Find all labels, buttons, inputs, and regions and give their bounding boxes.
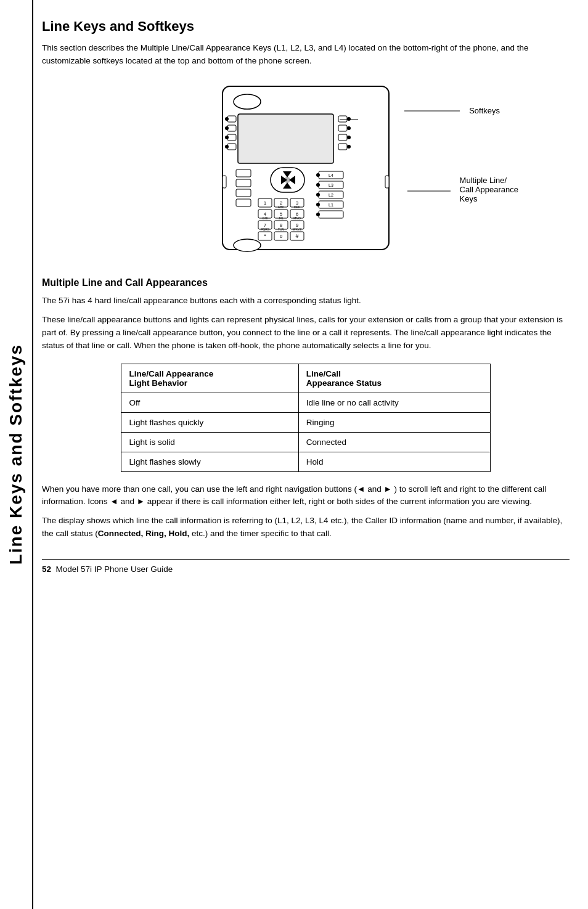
table-cell-col2: Ringing — [298, 412, 490, 432]
svg-rect-11 — [338, 116, 347, 122]
table-cell-col1: Light flashes slowly — [121, 452, 298, 471]
svg-point-9 — [225, 136, 229, 139]
svg-text:TUV: TUV — [278, 227, 285, 231]
svg-rect-14 — [338, 144, 347, 150]
svg-point-1 — [234, 94, 261, 109]
table-cell-col1: Light is solid — [121, 432, 298, 452]
svg-point-74 — [316, 213, 320, 216]
multiple-line-text: Multiple Line/ Call Appearance Keys — [460, 176, 518, 203]
svg-point-71 — [316, 203, 320, 206]
table-header-col1: Line/Call Appearance Light Behavior — [121, 364, 298, 393]
para4-part2: etc.) and the timer specific to that cal… — [189, 529, 331, 538]
multiple-line-label: Multiple Line/ Call Appearance Keys — [407, 176, 518, 206]
para2: These line/call appearance buttons and l… — [42, 314, 570, 353]
svg-text:ABC: ABC — [278, 205, 285, 209]
table-cell-col2: Hold — [298, 452, 490, 471]
svg-rect-26 — [236, 179, 251, 187]
sidebar: Line Keys and Softkeys — [0, 0, 32, 909]
svg-point-7 — [225, 117, 229, 121]
col1-header-line2: Light Behavior — [129, 378, 187, 388]
svg-point-17 — [347, 136, 351, 139]
svg-text:0: 0 — [280, 234, 283, 239]
svg-point-62 — [316, 173, 320, 177]
table-body: OffIdle line or no call activityLight fl… — [121, 393, 490, 471]
svg-text:MNO: MNO — [293, 216, 301, 220]
table-row: Light flashes quicklyRinging — [121, 412, 490, 432]
para3-text: When you have more than one call, you ca… — [42, 484, 546, 507]
svg-text:*: * — [264, 233, 266, 239]
multiple-line-connector — [407, 176, 457, 206]
col1-header-line1: Line/Call Appearance — [129, 369, 213, 378]
table-cell-col1: Off — [121, 393, 298, 412]
svg-rect-28 — [236, 199, 251, 206]
svg-text:L2: L2 — [329, 193, 333, 197]
svg-point-15 — [347, 117, 351, 121]
sidebar-text: Line Keys and Softkeys — [6, 344, 26, 565]
softkeys-label: Softkeys — [404, 105, 500, 117]
para1: The 57i has 4 hard line/call appearance … — [42, 295, 570, 308]
softkeys-text: Softkeys — [469, 106, 500, 115]
svg-point-16 — [347, 126, 351, 130]
svg-rect-27 — [236, 189, 251, 197]
page-number: 52 — [42, 565, 51, 574]
svg-point-10 — [225, 145, 229, 149]
svg-rect-73 — [319, 211, 343, 218]
table-header-col2: Line/Call Appearance Status — [298, 364, 490, 393]
svg-text:WXYZ: WXYZ — [293, 227, 301, 231]
main-content: Line Keys and Softkeys This section desc… — [42, 0, 570, 598]
svg-rect-13 — [338, 134, 347, 141]
intro-paragraph: This section describes the Multiple Line… — [42, 42, 570, 68]
svg-point-8 — [225, 126, 229, 130]
svg-point-24 — [284, 177, 290, 183]
para4-bold: Connected, Ring, Hold, — [98, 529, 190, 538]
guide-title: Model 57i IP Phone User Guide — [56, 565, 173, 574]
table-cell-col2: Connected — [298, 432, 490, 452]
svg-rect-77 — [223, 176, 226, 188]
table-row: OffIdle line or no call activity — [121, 393, 490, 412]
para3: When you have more than one call, you ca… — [42, 483, 570, 509]
table-row: Light is solidConnected — [121, 432, 490, 452]
svg-point-68 — [316, 193, 320, 197]
svg-text:GHI: GHI — [263, 216, 268, 220]
page-title: Line Keys and Softkeys — [42, 18, 570, 35]
svg-rect-78 — [385, 176, 389, 188]
svg-rect-4 — [227, 125, 236, 131]
col2-header-line1: Line/Call — [306, 369, 341, 378]
section-heading: Multiple Line and Call Appearances — [42, 277, 570, 288]
svg-text:JKL: JKL — [279, 216, 284, 220]
left-border — [32, 0, 33, 909]
svg-point-65 — [316, 183, 320, 187]
phone-diagram: 1 2 ABC 3 DEF 4 GHI 5 JKL 6 MNO 7 — [192, 80, 420, 259]
svg-rect-3 — [227, 116, 236, 122]
diagram-wrapper: 1 2 ABC 3 DEF 4 GHI 5 JKL 6 MNO 7 — [192, 80, 420, 259]
svg-text:PQRS: PQRS — [261, 227, 270, 231]
table-row: Light flashes slowlyHold — [121, 452, 490, 471]
svg-text:DEF: DEF — [294, 205, 300, 209]
svg-point-18 — [347, 145, 351, 149]
softkeys-line — [404, 105, 466, 117]
page-footer: 52 Model 57i IP Phone User Guide — [42, 559, 570, 574]
svg-text:L4: L4 — [329, 173, 333, 177]
svg-text:1: 1 — [264, 200, 267, 206]
svg-rect-5 — [227, 134, 236, 141]
diagram-container: 1 2 ABC 3 DEF 4 GHI 5 JKL 6 MNO 7 — [42, 80, 570, 259]
svg-rect-6 — [227, 144, 236, 150]
para4: The display shows which line the call in… — [42, 515, 570, 540]
svg-text:#: # — [295, 233, 298, 239]
svg-point-76 — [234, 239, 261, 251]
svg-rect-0 — [223, 86, 389, 250]
table-cell-col1: Light flashes quickly — [121, 412, 298, 432]
svg-rect-12 — [338, 125, 347, 131]
svg-text:L3: L3 — [329, 183, 333, 187]
svg-rect-25 — [236, 169, 251, 177]
appearance-table: Line/Call Appearance Light Behavior Line… — [121, 364, 490, 472]
table-cell-col2: Idle line or no call activity — [298, 393, 490, 412]
svg-text:L1: L1 — [329, 203, 333, 207]
col2-header-line2: Appearance Status — [306, 378, 382, 388]
svg-rect-2 — [238, 114, 333, 163]
